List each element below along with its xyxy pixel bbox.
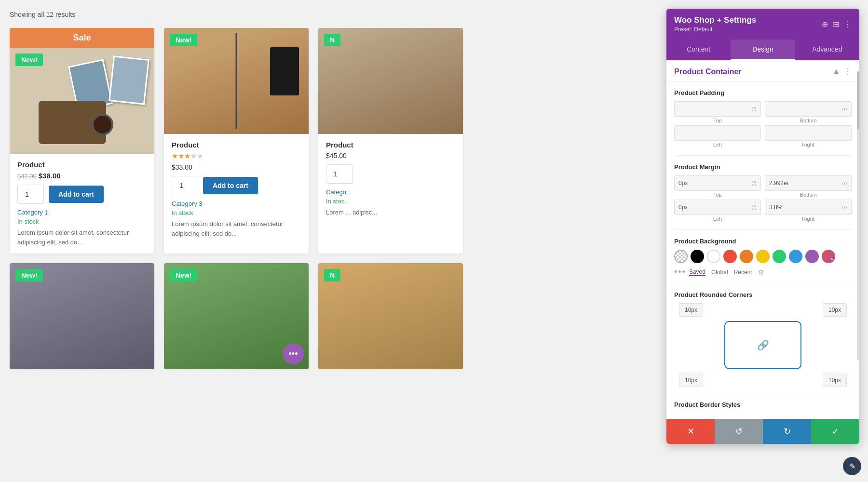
swatch-green[interactable] (773, 250, 786, 263)
corner-top-right[interactable]: 10px (823, 303, 847, 317)
padding-inputs: ⟨/⟩ Top ⟨/⟩ Bottom (674, 101, 852, 123)
container-header: Product Container ▲ ⋮ (666, 60, 859, 81)
margin-label: Product Margin (674, 163, 852, 171)
padding-left-label: Left (674, 142, 761, 147)
collapse-icon[interactable]: ▲ (832, 67, 840, 76)
margin-right-label: Right (765, 216, 852, 222)
star-rating-2: ★★★★★ (172, 152, 301, 161)
padding-top-input[interactable]: ⟨/⟩ (674, 101, 761, 117)
cart-row-1: Add to cart (17, 185, 147, 204)
footer-undo-btn[interactable]: ↺ (715, 419, 763, 444)
category-link-2[interactable]: Category 3 (172, 200, 301, 207)
margin-left-label: Left (674, 216, 761, 222)
product-image-2: New! (164, 28, 309, 134)
responsive-icon-top: ⟨/⟩ (751, 107, 757, 112)
margin-bottom-val: 2.992er (769, 180, 789, 187)
product-price-1: $42.00$38.00 (17, 172, 147, 180)
padding-inputs-lr: Left Right (674, 125, 852, 147)
more-icon[interactable]: ⋮ (844, 67, 852, 76)
panel-header: Woo Shop + Settings Preset: Default ⊕ ⊞ … (666, 9, 859, 40)
product-price-2: $33.00 (172, 163, 301, 171)
swatch-black[interactable] (691, 250, 704, 263)
section-rounded: Product Rounded Corners 10px 10px 🔗 10px… (674, 283, 852, 393)
panel-tabs: Content Design Advanced (666, 40, 859, 60)
footer-redo-btn[interactable]: ↻ (763, 419, 811, 444)
product-image-3: N (318, 28, 463, 134)
panel-title-area: Woo Shop + Settings Preset: Default (674, 15, 756, 33)
color-tab-saved[interactable]: Saved (689, 268, 705, 276)
margin-right-val: 3.8% (769, 204, 782, 211)
footer-save-btn[interactable]: ✓ (811, 419, 859, 444)
padding-bottom-group: ⟨/⟩ Bottom (765, 101, 852, 123)
new-badge-2: New! (170, 34, 197, 46)
scroll-thumb (857, 71, 859, 129)
product-image-6: N (318, 263, 463, 369)
color-tab-recent[interactable]: Recent (734, 269, 752, 276)
margin-bottom-input[interactable]: 2.992er ⟨/⟩ (765, 175, 852, 191)
rounded-label: Product Rounded Corners (674, 291, 852, 298)
in-stock-3: In stoc... (326, 198, 455, 205)
product-desc-2: Lorem ipsum dolor sit amet, consectetur … (172, 219, 301, 238)
product-title-2: Product (172, 141, 301, 149)
add-to-cart-2[interactable]: Add to cart (203, 177, 258, 194)
edit-corner-btn[interactable]: ✎ (843, 457, 861, 475)
panel-icon-split[interactable]: ⊞ (833, 20, 839, 29)
product-card-4: New! (10, 263, 154, 369)
add-to-cart-1[interactable]: Add to cart (49, 186, 104, 203)
price-sale-1: $38.00 (39, 172, 61, 180)
scroll-bar[interactable] (857, 71, 859, 361)
swatch-orange[interactable] (740, 250, 753, 263)
color-gear-icon[interactable]: ⚙ (758, 268, 764, 276)
panel-footer: ✕ ↺ ↻ ✓ (666, 419, 859, 444)
panel-icon-more[interactable]: ⋮ (844, 20, 852, 29)
swatch-purple[interactable] (805, 250, 819, 263)
responsive-icon-margin-top: ⟨/⟩ (751, 181, 757, 186)
product-card: Sale New! Product $42.00$38.00 A (10, 28, 154, 254)
margin-bottom-label: Bottom (765, 192, 852, 198)
more-colors-icon[interactable]: ••• (674, 267, 686, 277)
swatch-white[interactable] (707, 250, 720, 263)
swatch-blue[interactable] (789, 250, 802, 263)
qty-input-3[interactable] (326, 164, 353, 184)
corner-bottom-left[interactable]: 10px (679, 374, 703, 387)
swatch-gradient[interactable]: ✎ (822, 250, 835, 263)
swatch-yellow[interactable] (756, 250, 770, 263)
tab-content[interactable]: Content (666, 40, 731, 60)
new-badge-6: N (324, 269, 340, 281)
padding-right-input[interactable] (765, 125, 852, 141)
footer-cancel-btn[interactable]: ✕ (666, 419, 715, 444)
swatch-transparent[interactable] (674, 250, 688, 263)
product-dots-btn[interactable]: ••• (283, 343, 304, 364)
color-tab-global[interactable]: Global (711, 269, 728, 276)
margin-right-input[interactable]: 3.8% ⟨/⟩ (765, 200, 852, 215)
padding-left-group: Left (674, 125, 761, 147)
margin-inputs-lr: 0px ⟨/⟩ Left 3.8% ⟨/⟩ Right (674, 200, 852, 222)
product-card-5: New! ••• (164, 263, 309, 369)
qty-input-2[interactable] (172, 176, 198, 195)
qty-input-1[interactable] (17, 185, 44, 204)
margin-left-input[interactable]: 0px ⟨/⟩ (674, 200, 761, 215)
rounded-corner-box: 🔗 (724, 321, 801, 369)
margin-left-val: 0px (678, 204, 688, 211)
tab-design[interactable]: Design (731, 40, 795, 60)
category-link-1[interactable]: Category 1 (17, 209, 147, 216)
panel-body: Product Padding ⟨/⟩ Top ⟨/⟩ Bottom (666, 81, 859, 419)
product-price-3: $45.00 (326, 152, 455, 160)
new-badge-3: N (324, 34, 340, 46)
tab-advanced[interactable]: Advanced (795, 40, 859, 60)
padding-left-input[interactable] (674, 125, 761, 141)
margin-top-input[interactable]: 0px ⟨/⟩ (674, 175, 761, 191)
corner-bottom-right[interactable]: 10px (823, 374, 847, 387)
panel-icon-target[interactable]: ⊕ (822, 20, 828, 29)
margin-left-group: 0px ⟨/⟩ Left (674, 200, 761, 222)
corner-top-left[interactable]: 10px (679, 303, 703, 317)
padding-label: Product Padding (674, 89, 852, 96)
padding-bottom-input[interactable]: ⟨/⟩ (765, 101, 852, 117)
category-link-3[interactable]: Catego... (326, 188, 455, 196)
sale-banner: Sale (10, 28, 154, 48)
swatch-red[interactable] (723, 250, 737, 263)
bg-label: Product Background (674, 238, 852, 245)
link-corners-icon[interactable]: 🔗 (757, 339, 769, 351)
settings-panel: Woo Shop + Settings Preset: Default ⊕ ⊞ … (666, 9, 859, 444)
shop-area: Showing all 12 results Sale New! Product… (0, 0, 473, 482)
